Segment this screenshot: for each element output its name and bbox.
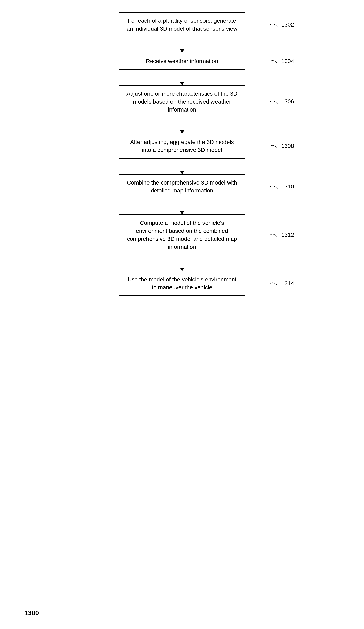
arrow-line — [182, 37, 182, 49]
step-label-container-1306: 1306 — [269, 98, 294, 105]
step-1304-text: Receive weather information — [146, 58, 218, 64]
arrow-1310-to-1312 — [180, 199, 184, 214]
step-label-container-1312: 1312 — [269, 232, 294, 238]
curve-icon-1306 — [269, 99, 280, 105]
flow-box-1304: Receive weather information — [119, 53, 245, 70]
arrow-1312-to-1314 — [180, 256, 184, 271]
arrow-1306-to-1308 — [180, 118, 184, 134]
step-label-1314: 1314 — [281, 280, 294, 287]
step-row-1308: After adjusting, aggregate the 3D models… — [119, 134, 245, 158]
step-wrapper-1314: Use the model of the vehicle's environme… — [119, 271, 245, 296]
step-label-1302: 1302 — [281, 21, 294, 28]
flow-box-1302: For each of a plurality of sensors, gene… — [119, 12, 245, 37]
step-row-1306: Adjust one or more characteristics of th… — [119, 85, 245, 118]
flow-box-1308: After adjusting, aggregate the 3D models… — [119, 134, 245, 158]
step-label-1304: 1304 — [281, 58, 294, 64]
step-row-1314: Use the model of the vehicle's environme… — [119, 271, 245, 296]
step-label-1306: 1306 — [281, 98, 294, 105]
step-row-1302: For each of a plurality of sensors, gene… — [119, 12, 245, 37]
step-row-1312: Compute a model of the vehicle's environ… — [119, 214, 245, 256]
flow-box-1312: Compute a model of the vehicle's environ… — [119, 214, 245, 256]
step-wrapper-1312: Compute a model of the vehicle's environ… — [119, 214, 245, 256]
figure-label-text: 1300 — [24, 609, 39, 617]
curve-icon-1304 — [269, 58, 280, 64]
curve-icon-1314 — [269, 280, 280, 287]
arrow-head — [180, 211, 184, 214]
curve-icon-1302 — [269, 22, 280, 28]
arrow-head — [180, 268, 184, 271]
step-1312-text: Compute a model of the vehicle's environ… — [127, 220, 237, 250]
arrow-head — [180, 171, 184, 174]
figure-label: 1300 — [24, 609, 39, 617]
arrow-head — [180, 82, 184, 85]
arrow-line — [182, 159, 182, 171]
step-1314-text: Use the model of the vehicle's environme… — [127, 276, 237, 291]
step-1310-text: Combine the comprehensive 3D model with … — [127, 179, 237, 194]
step-wrapper-1310: Combine the comprehensive 3D model with … — [119, 174, 245, 199]
step-label-container-1308: 1308 — [269, 143, 294, 149]
arrow-head — [180, 49, 184, 53]
arrow-line — [182, 256, 182, 268]
step-wrapper-1306: Adjust one or more characteristics of th… — [119, 85, 245, 118]
arrow-line — [182, 118, 182, 130]
step-label-1308: 1308 — [281, 143, 294, 149]
arrow-line — [182, 70, 182, 82]
flow-box-1306: Adjust one or more characteristics of th… — [119, 85, 245, 118]
step-1308-text: After adjusting, aggregate the 3D models… — [130, 139, 234, 153]
arrow-line — [182, 199, 182, 211]
arrow-1304-to-1306 — [180, 70, 184, 85]
step-label-1310: 1310 — [281, 183, 294, 190]
arrow-1302-to-1304 — [180, 37, 184, 53]
step-label-container-1302: 1302 — [269, 21, 294, 28]
step-1306-text: Adjust one or more characteristics of th… — [126, 91, 238, 113]
step-label-container-1314: 1314 — [269, 280, 294, 287]
step-wrapper-1302: For each of a plurality of sensors, gene… — [119, 12, 245, 37]
step-wrapper-1304: Receive weather information 1304 — [119, 53, 245, 70]
step-1302-text: For each of a plurality of sensors, gene… — [127, 17, 238, 32]
arrow-head — [180, 130, 184, 134]
step-label-1312: 1312 — [281, 232, 294, 238]
arrow-1308-to-1310 — [180, 159, 184, 174]
step-row-1310: Combine the comprehensive 3D model with … — [119, 174, 245, 199]
step-label-container-1310: 1310 — [269, 183, 294, 190]
curve-icon-1310 — [269, 183, 280, 190]
step-wrapper-1308: After adjusting, aggregate the 3D models… — [119, 134, 245, 158]
diagram-container: For each of a plurality of sensors, gene… — [0, 0, 364, 629]
curve-icon-1312 — [269, 232, 280, 238]
flow-box-1314: Use the model of the vehicle's environme… — [119, 271, 245, 296]
flow-box-1310: Combine the comprehensive 3D model with … — [119, 174, 245, 199]
curve-icon-1308 — [269, 143, 280, 149]
step-label-container-1304: 1304 — [269, 58, 294, 64]
step-row-1304: Receive weather information 1304 — [119, 53, 245, 70]
